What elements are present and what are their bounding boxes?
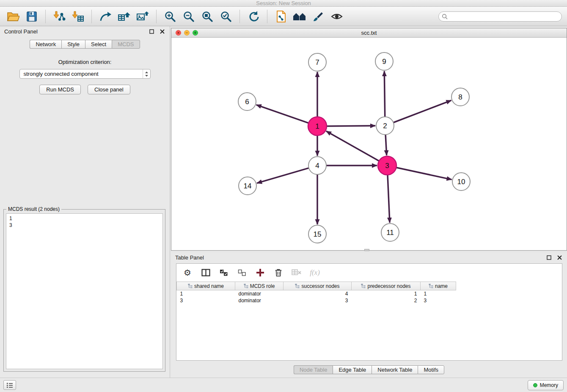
add-column-button[interactable]: [255, 266, 265, 279]
graph-edge-4-14[interactable]: [257, 168, 309, 183]
zoom-out-button[interactable]: [181, 8, 197, 25]
close-icon: [557, 255, 562, 260]
float-icon: [149, 29, 154, 34]
optimization-select[interactable]: strongly connected component: [19, 69, 151, 79]
column-label: predecessor nodes: [367, 283, 410, 289]
import-table-button[interactable]: [70, 8, 86, 25]
export-network-button[interactable]: [97, 8, 113, 25]
graph-node-label: 3: [385, 162, 389, 170]
tab-style[interactable]: Style: [61, 40, 85, 49]
toolbar-separator: [239, 10, 240, 23]
dropdown-stepper-icon: [143, 69, 150, 78]
table-row[interactable]: 3dominator323: [177, 297, 456, 304]
style-brush-button[interactable]: [310, 8, 326, 25]
zoom-in-button[interactable]: [162, 8, 178, 25]
table-settings-button[interactable]: ⚙: [182, 266, 193, 279]
table-panel-close-button[interactable]: [556, 254, 563, 261]
table-row[interactable]: 1dominator411: [177, 290, 456, 297]
tab-select[interactable]: Select: [85, 40, 112, 49]
function-builder-button[interactable]: f(x): [310, 266, 320, 279]
deselect-all-button[interactable]: [237, 266, 247, 279]
node-table-body: 1dominator4113dominator323: [177, 290, 456, 304]
sort-icon: [429, 284, 433, 288]
column-header-MCDS-role[interactable]: MCDS role: [235, 282, 284, 290]
column-header-predecessor-nodes[interactable]: predecessor nodes: [352, 282, 421, 290]
first-neighbors-button[interactable]: [292, 8, 308, 25]
tab-motifs[interactable]: Motifs: [418, 365, 444, 374]
float-icon: [547, 255, 551, 260]
table-cell: dominator: [235, 290, 284, 297]
zoom-fit-button[interactable]: [199, 8, 215, 25]
control-panel-float-button[interactable]: [149, 28, 155, 35]
task-history-button[interactable]: [3, 380, 16, 390]
sort-icon: [244, 284, 248, 288]
tab-edge-table[interactable]: Edge Table: [333, 365, 372, 374]
close-panel-button[interactable]: Close panel: [88, 85, 130, 94]
memory-button[interactable]: Memory: [528, 380, 564, 390]
graph-node-label: 4: [315, 162, 319, 170]
table-panel-float-button[interactable]: [546, 254, 552, 261]
close-icon: [160, 29, 165, 34]
column-header-name[interactable]: name: [421, 282, 456, 290]
table-cell: 3: [421, 297, 456, 304]
graph-edge-2-3[interactable]: [385, 135, 387, 155]
graph-edge-2-8[interactable]: [394, 100, 451, 122]
network-document-icon: [275, 10, 287, 23]
network-document-button[interactable]: [273, 8, 289, 25]
show-hide-button[interactable]: [329, 8, 345, 25]
search-box[interactable]: [438, 11, 562, 22]
window-minimize-button[interactable]: −: [184, 30, 190, 36]
refresh-button[interactable]: [245, 8, 261, 25]
graph-edge-3-11[interactable]: [388, 175, 390, 223]
delete-table-icon: [292, 269, 302, 276]
show-columns-button[interactable]: [201, 266, 211, 279]
table-cell: 1: [177, 290, 235, 297]
network-graph[interactable]: 7968124314101511: [171, 38, 567, 250]
control-panel-tabs: NetworkStyleSelectMCDS: [0, 40, 170, 49]
open-file-button[interactable]: [5, 8, 21, 25]
sort-icon: [361, 284, 366, 288]
zoom-in-icon: [164, 11, 176, 22]
column-header-successor-nodes[interactable]: successor nodes: [284, 282, 352, 290]
save-session-button[interactable]: [24, 8, 40, 25]
graph-edge-3-1[interactable]: [326, 131, 379, 161]
select-all-button[interactable]: [219, 266, 229, 279]
control-panel-title: Control Panel: [4, 28, 38, 35]
mcds-result-list[interactable]: 1 3: [6, 213, 163, 369]
export-network-icon: [99, 11, 112, 22]
control-panel-close-button[interactable]: [159, 28, 165, 35]
open-folder-icon: [7, 11, 19, 22]
sort-icon: [188, 284, 193, 288]
refresh-icon: [248, 11, 259, 22]
column-label: name: [435, 283, 448, 289]
window-resize-handle[interactable]: [364, 249, 369, 251]
graph-node-label: 7: [315, 58, 319, 66]
delete-column-button[interactable]: [273, 266, 284, 279]
tab-node-table[interactable]: Node Table: [294, 365, 333, 374]
graph-node-label: 1: [315, 122, 319, 130]
optimization-select-value: strongly connected component: [24, 71, 99, 77]
export-table-button[interactable]: [116, 8, 132, 25]
graph-node-label: 6: [245, 98, 249, 106]
mcds-result-group: MCDS result (2 nodes) 1 3: [3, 209, 165, 372]
zoom-selected-button[interactable]: [218, 8, 234, 25]
main-toolbar: [0, 7, 567, 26]
control-panel: Control Panel NetworkStyleSelectMCDS Opt…: [0, 26, 170, 378]
tab-network[interactable]: Network: [30, 40, 61, 49]
run-mcds-button[interactable]: Run MCDS: [39, 85, 81, 94]
search-input[interactable]: [438, 11, 562, 22]
graph-edge-2-9[interactable]: [384, 71, 385, 117]
window-zoom-button[interactable]: +: [193, 30, 198, 36]
graph-edge-3-10[interactable]: [396, 168, 452, 179]
column-header-shared-name[interactable]: shared name: [177, 282, 235, 290]
tab-network-table[interactable]: Network Table: [372, 365, 418, 374]
add-column-icon: [256, 268, 264, 277]
import-network-button[interactable]: [51, 8, 67, 25]
graph-edge-1-2[interactable]: [327, 126, 375, 126]
delete-column-icon: [274, 268, 283, 277]
delete-table-button[interactable]: [292, 266, 302, 279]
export-image-button[interactable]: [135, 8, 151, 25]
window-close-button[interactable]: ×: [176, 30, 181, 36]
graph-edge-1-6[interactable]: [256, 105, 309, 123]
tab-mcds[interactable]: MCDS: [112, 40, 140, 49]
